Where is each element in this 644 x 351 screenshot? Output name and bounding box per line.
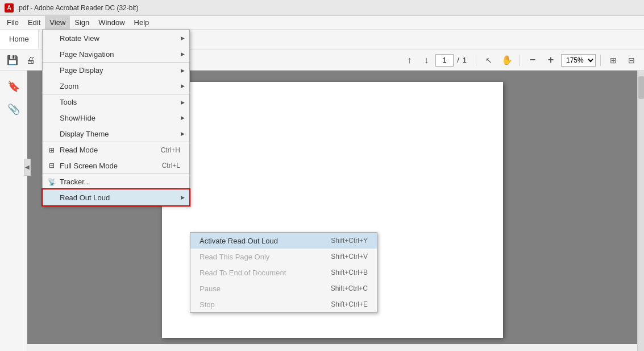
toolbar-separator-3 bbox=[520, 55, 520, 66]
menu-window[interactable]: Window bbox=[94, 16, 129, 29]
menu-bar: File Edit View Sign Window Help bbox=[0, 16, 644, 30]
view-menu-tools[interactable]: Tools bbox=[43, 94, 189, 110]
title-bar-text: .pdf - Adobe Acrobat Reader DC (32-bit) bbox=[17, 4, 138, 12]
toolbar-separator-4 bbox=[600, 55, 601, 66]
attachment-sidebar-button[interactable]: 📎 bbox=[5, 100, 23, 118]
save-button[interactable]: 💾 bbox=[5, 52, 20, 68]
tracker-icon: 📡 bbox=[47, 177, 56, 187]
menu-file[interactable]: File bbox=[2, 16, 23, 29]
scrollbar-handle[interactable] bbox=[638, 76, 644, 99]
view-menu-show-hide[interactable]: Show/Hide bbox=[43, 110, 189, 126]
view-menu-dropdown: Rotate View Page Navigation Page Display… bbox=[42, 30, 190, 206]
view-menu-full-screen[interactable]: ⊟ Full Screen Mode Ctrl+L bbox=[43, 158, 189, 174]
view-menu-page-display[interactable]: Page Display bbox=[43, 62, 189, 78]
prev-page-button[interactable]: ↑ bbox=[401, 52, 417, 68]
menu-edit[interactable]: Edit bbox=[23, 16, 45, 29]
title-bar: A .pdf - Adobe Acrobat Reader DC (32-bit… bbox=[0, 0, 644, 16]
zoom-select[interactable]: 175% 100% 150% 200% bbox=[561, 54, 596, 67]
fit-window-button[interactable]: ⊞ bbox=[605, 52, 621, 68]
read-out-loud-submenu: Activate Read Out Loud Shift+Ctrl+Y Read… bbox=[190, 232, 377, 313]
hand-tool-button[interactable]: ✋ bbox=[499, 52, 515, 68]
submenu-read-end[interactable]: Read To End of Document Shift+Ctrl+B bbox=[190, 265, 377, 280]
next-page-button[interactable]: ↓ bbox=[418, 52, 434, 68]
view-menu-tracker[interactable]: 📡 Tracker... bbox=[43, 174, 189, 189]
submenu-activate-read[interactable]: Activate Read Out Loud Shift+Ctrl+Y bbox=[190, 233, 377, 249]
page-number-input[interactable] bbox=[435, 54, 454, 67]
menu-sign[interactable]: Sign bbox=[70, 16, 94, 29]
tab-home[interactable]: Home bbox=[0, 30, 39, 49]
zoom-out-button[interactable]: − bbox=[525, 52, 541, 68]
read-mode-icon: ⊞ bbox=[47, 146, 56, 155]
full-screen-icon: ⊟ bbox=[47, 161, 56, 170]
vertical-scrollbar[interactable] bbox=[637, 71, 644, 351]
view-menu-zoom[interactable]: Zoom bbox=[43, 78, 189, 94]
app-icon: A bbox=[5, 3, 14, 13]
cursor-tool-button[interactable]: ↖ bbox=[481, 52, 497, 68]
submenu-pause[interactable]: Pause Shift+Ctrl+C bbox=[190, 280, 377, 296]
zoom-in-button[interactable]: + bbox=[543, 52, 559, 68]
page-nav: ↑ ↓ / 1 bbox=[401, 52, 471, 68]
submenu-read-page[interactable]: Read This Page Only Shift+Ctrl+V bbox=[190, 249, 377, 265]
print-button[interactable]: 🖨 bbox=[23, 52, 39, 68]
view-menu-rotate-view[interactable]: Rotate View bbox=[43, 30, 189, 46]
view-menu-page-navigation[interactable]: Page Navigation bbox=[43, 46, 189, 62]
left-sidebar: 🏠 🔖 📎 bbox=[0, 50, 27, 351]
page-separator: / bbox=[457, 56, 459, 64]
bookmark-sidebar-button[interactable]: 🔖 bbox=[5, 77, 23, 96]
toolbar-separator-2 bbox=[476, 55, 476, 66]
submenu-stop[interactable]: Stop Shift+Ctrl+E bbox=[190, 296, 377, 312]
view-menu-read-out-loud[interactable]: Read Out Loud bbox=[43, 189, 189, 205]
collapse-sidebar-button[interactable]: ◀ bbox=[24, 159, 31, 176]
menu-help[interactable]: Help bbox=[130, 16, 154, 29]
view-menu-read-mode[interactable]: ⊞ Read Mode Ctrl+H bbox=[43, 142, 189, 158]
total-pages: 1 bbox=[463, 56, 467, 64]
scroll-button[interactable]: ⊟ bbox=[624, 52, 639, 68]
view-menu-display-theme[interactable]: Display Theme bbox=[43, 126, 189, 142]
menu-view[interactable]: View bbox=[45, 16, 70, 29]
